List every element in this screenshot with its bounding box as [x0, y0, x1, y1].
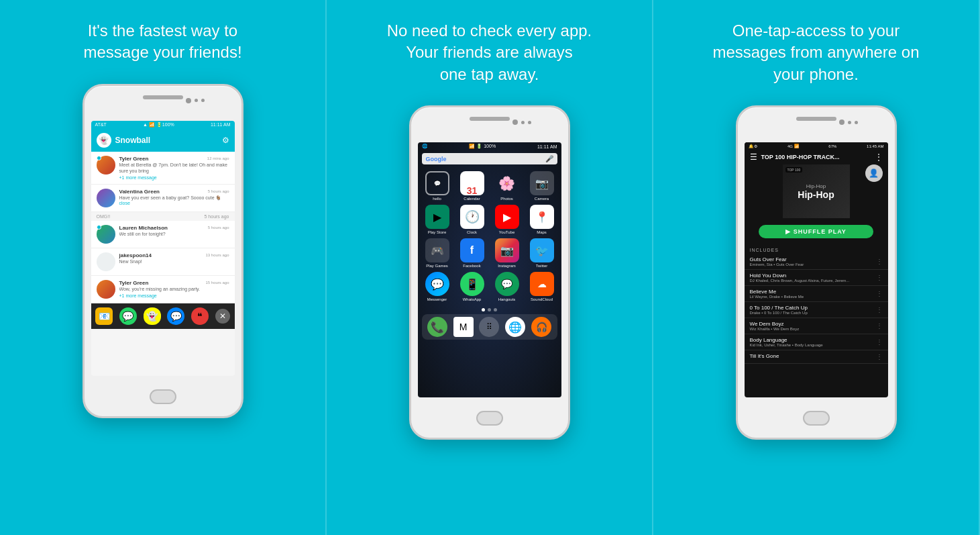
track-more-icon-1[interactable]: ⋮ [876, 258, 883, 265]
home-button-3[interactable] [803, 411, 830, 426]
dock-phone-icon[interactable]: 📞 [427, 317, 447, 337]
dock-snapchat-icon[interactable]: 👻 [144, 307, 161, 325]
app-maps[interactable]: 📍 Maps [527, 205, 557, 234]
app-label-whatsapp: WhatsApp [463, 297, 482, 301]
track-item-4[interactable]: 0 To 100 / The Catch Up Drake • 0 To 100… [745, 302, 888, 318]
chat-msg-jake: New Snap! [119, 258, 229, 264]
chat-content-tyler1: Tyler Green 12 mins ago Meet at Beretta … [119, 156, 229, 180]
panel-2-title: No need to check every app.Your friends … [387, 20, 592, 85]
app-youtube[interactable]: ▶ YouTube [492, 205, 523, 234]
chat-item-lauren[interactable]: Lauren Michaelson 5 hours ago We still o… [91, 221, 235, 248]
phone-1: AT&T ▲ 📶 🔋100% 11:11 AM 👻 Snowball ⚙ [83, 84, 243, 418]
phone-1-cameras [186, 98, 205, 103]
track-more-icon-5[interactable]: ⋮ [876, 322, 883, 330]
app-hangouts[interactable]: 💬 Hangouts [492, 272, 523, 301]
app-icon-playstore: ▶ [425, 205, 449, 229]
chat-more[interactable]: +1 more message [119, 175, 229, 180]
chat-item-tyler2[interactable]: Tyler Green 15 hours ago Wow, you're mis… [91, 276, 235, 303]
app-icon-camera: 📷 [530, 171, 554, 195]
track-more-icon-2[interactable]: ⋮ [876, 274, 883, 281]
camera-dot-2b [521, 121, 525, 124]
camera-dot-small2 [201, 99, 205, 102]
app-facebook[interactable]: f Facebook [457, 238, 488, 268]
home-button-1[interactable] [150, 389, 176, 404]
group-time: 5 hours ago [205, 214, 229, 219]
app-whatsapp[interactable]: 📱 WhatsApp [457, 272, 488, 301]
battery-3: 67% [828, 144, 836, 148]
app-icon-facebook: f [460, 238, 484, 262]
camera-dot-3b [848, 121, 851, 124]
camera-dot-3c [855, 121, 858, 124]
app-icon-photos: 🌸 [495, 171, 519, 195]
track-item-6[interactable]: Body Language Kid Ink, Usher, Tinashe • … [745, 334, 888, 350]
app-icon-youtube: ▶ [495, 205, 519, 229]
shuffle-play-button[interactable]: ▶ SHUFFLE PLAY [759, 225, 873, 238]
dock-apps-icon[interactable]: ⠿ [479, 317, 499, 337]
phone-3: 🔔 ⚙ 4G 📶 67% 11:45 AM ☰ TOP 100 HIP-HOP … [736, 105, 897, 440]
dock-close-button[interactable]: ✕ [215, 309, 230, 324]
unread-dot [97, 156, 101, 160]
track-item-7[interactable]: Till It's Gone ⋮ [745, 350, 888, 364]
track-item-3[interactable]: Believe Me Lil Wayne, Drake • Believe Me… [745, 286, 888, 302]
dock-messenger-icon[interactable]: 💬 [167, 307, 184, 325]
chat-list: Tyler Green 12 mins ago Meet at Beretta … [91, 152, 235, 303]
chat-content-lauren: Lauren Michaelson 5 hours ago We still o… [119, 225, 229, 237]
track-more-icon-7[interactable]: ⋮ [876, 353, 883, 360]
hamburger-menu-icon[interactable]: ☰ [750, 152, 757, 162]
more-options-icon[interactable]: ⋮ [875, 152, 883, 162]
app-icon-maps: 📍 [530, 205, 554, 229]
app-label-soundcloud: SoundCloud [531, 297, 553, 301]
dock-headphones-icon[interactable]: 🎧 [531, 317, 551, 337]
apps-grid: 💬 hello 31 Calendar 🌸 Photos 📷 Camera [418, 167, 561, 305]
network-3: 4G 📶 [787, 144, 799, 148]
chat-item-jake[interactable]: jakespoon14 13 hours ago New Snap! [91, 248, 235, 276]
app-playstore[interactable]: ▶ Play Store [422, 205, 453, 234]
dock-email-icon[interactable]: 📧 [95, 307, 113, 325]
track-item-1[interactable]: Guts Over Fear Eminem, Sia • Guts Over F… [745, 254, 888, 270]
chat-close[interactable]: close [119, 201, 229, 205]
app-icon-hangouts: 💬 [495, 272, 519, 296]
app-label-photos: Photos [500, 197, 513, 201]
chat-msg-tyler2: Wow, you're missing an amazing party. [119, 286, 229, 292]
includes-label: INCLUDES [745, 245, 888, 254]
chat-name-row-l: Lauren Michaelson 5 hours ago [119, 225, 229, 231]
track-more-icon-3[interactable]: ⋮ [876, 290, 883, 297]
app-clock[interactable]: 🕐 Clock [457, 205, 488, 234]
page-dots [418, 305, 561, 314]
track-more-icon-4[interactable]: ⋮ [876, 306, 883, 313]
track-info-6: Body Language Kid Ink, Usher, Tinashe • … [750, 337, 876, 347]
mic-icon[interactable]: 🎤 [545, 155, 553, 162]
app-icon-whatsapp: 📱 [460, 272, 484, 296]
gear-icon[interactable]: ⚙ [222, 136, 229, 145]
app-camera[interactable]: 📷 Camera [527, 171, 557, 201]
app-calendar[interactable]: 31 Calendar [457, 171, 488, 201]
google-search-bar[interactable]: Google 🎤 [422, 153, 557, 164]
dock-1: 📧 💬 👻 💬 ❝ ✕ [91, 303, 235, 329]
app-soundcloud[interactable]: ☁ SoundCloud [527, 272, 557, 301]
app-hello[interactable]: 💬 hello [422, 171, 453, 201]
camera-dot-small [195, 99, 198, 102]
album-title: Hip-Hop [798, 189, 834, 200]
app-photos[interactable]: 🌸 Photos [492, 171, 523, 201]
chat-more-tyler2[interactable]: +1 more message [119, 293, 229, 298]
app-playgames[interactable]: 🎮 Play Games [422, 238, 453, 268]
chat-item-valentina[interactable]: Valentina Green 5 hours ago Have you eve… [91, 185, 235, 212]
home-button-2[interactable] [476, 411, 503, 426]
chat-content-valentina: Valentina Green 5 hours ago Have you eve… [119, 189, 229, 205]
track-item-2[interactable]: Hold You Down DJ Khaled, Chris Brown, Au… [745, 270, 888, 286]
dock-quotes-icon[interactable]: ❝ [191, 307, 209, 325]
chat-item-tyler1[interactable]: Tyler Green 12 mins ago Meet at Beretta … [91, 152, 235, 185]
panel-3-title: One-tap-access to yourmessages from anyw… [712, 20, 919, 85]
chat-msg: Meet at Beretta @ 7pm. Don't be late! Oh… [119, 162, 229, 174]
app-twitter[interactable]: 🐦 Twitter [527, 238, 557, 268]
dock-whatsapp-icon[interactable]: 💬 [119, 307, 137, 325]
app-messenger[interactable]: 💬 Messenger [422, 272, 453, 301]
dock-chrome-icon[interactable]: 🌐 [505, 317, 525, 337]
app-instagram[interactable]: 📷 Instagram [492, 238, 523, 268]
track-more-icon-6[interactable]: ⋮ [876, 338, 883, 346]
dock-2: 📞 M ⠿ 🌐 🎧 [422, 314, 557, 340]
dock-gmail-icon[interactable]: M [453, 317, 474, 337]
chat-name-tyler2: Tyler Green [119, 280, 149, 286]
track-item-5[interactable]: We Dem Boyz Wiz Khalifa • We Dem Boyz ⋮ [745, 318, 888, 334]
profile-circle[interactable]: 👤 [865, 164, 883, 182]
